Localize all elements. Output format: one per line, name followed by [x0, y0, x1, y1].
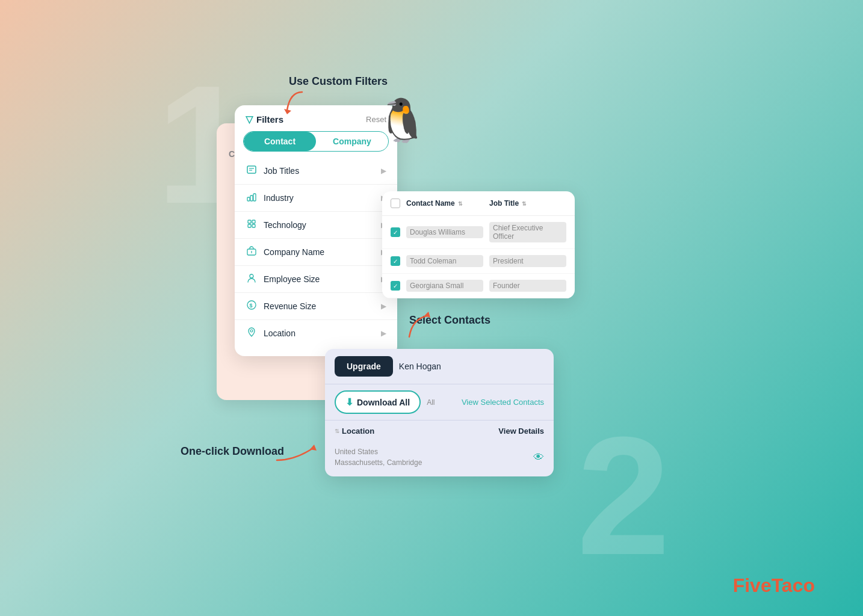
location-data-row: United StatesMassachusetts, Cambridge 👁	[325, 442, 554, 476]
location-col-label: Location	[342, 427, 374, 436]
sort-job-title-icon: ⇅	[522, 201, 527, 207]
filter-item-employee-size[interactable]: Employee Size ▶	[235, 266, 397, 293]
tab-contact[interactable]: Contact	[244, 132, 316, 151]
location-icon	[246, 327, 258, 340]
contact-row-3[interactable]: ✓ Georgiana Small Founder	[382, 274, 575, 298]
annotation-download: One-click Download	[181, 445, 284, 458]
revenue-size-label: Revenue Size	[264, 301, 316, 311]
arrow-download	[271, 430, 331, 466]
row2-name: Todd Coleman	[406, 255, 483, 267]
arrow-select-contacts	[397, 307, 433, 343]
employee-size-icon	[246, 273, 258, 286]
arrow-custom-filters	[278, 89, 314, 119]
filter-item-industry[interactable]: Industry ▶	[235, 185, 397, 212]
logo-suffix: Taco	[772, 574, 815, 596]
svg-point-18	[250, 330, 253, 332]
company-name-icon	[246, 245, 258, 259]
contact-table-panel: Contact Name ⇅ Job Title ⇅ ✓ Douglas Wil…	[382, 191, 575, 298]
svg-rect-6	[247, 197, 250, 201]
ken-hogan-text: Ken Hogan	[399, 362, 441, 371]
employee-size-label: Employee Size	[264, 274, 320, 284]
view-selected-contacts[interactable]: View Selected Contacts	[462, 398, 544, 407]
sort-contact-name-icon: ⇅	[458, 201, 463, 207]
penguin-mascot: 🐧	[376, 99, 428, 141]
filter-panel: ▽ Filters Reset Contact Company Job Titl…	[235, 105, 397, 356]
download-middle: ⬇ Download All All View Selected Contact…	[325, 384, 554, 420]
download-bottom: ⇅ Location View Details	[325, 420, 554, 442]
all-badge: All	[427, 398, 435, 407]
logo-prefix: Five	[733, 574, 772, 596]
svg-rect-7	[250, 196, 253, 201]
svg-rect-12	[252, 224, 255, 227]
row1-name: Douglas Williams	[406, 226, 483, 238]
col-contact-name: Contact Name ⇅	[406, 199, 483, 208]
download-panel: Upgrade Ken Hogan ⬇ Download All All Vie…	[325, 349, 554, 476]
row2-checkbox[interactable]: ✓	[391, 256, 400, 266]
logo-text: FiveTaco	[733, 574, 815, 596]
ghost-number-2: 2	[577, 411, 670, 580]
technology-label: Technology	[264, 220, 306, 230]
svg-rect-3	[247, 166, 256, 173]
revenue-size-icon: $	[246, 300, 258, 313]
svg-rect-9	[248, 220, 251, 223]
job-titles-icon	[246, 164, 258, 177]
filter-icon: ▽	[246, 114, 253, 125]
contact-table-header: Contact Name ⇅ Job Title ⇅	[382, 191, 575, 216]
download-top: Upgrade Ken Hogan	[325, 349, 554, 384]
svg-rect-8	[253, 194, 256, 201]
filter-item-technology[interactable]: Technology ▶	[235, 212, 397, 239]
download-icon: ⬇	[345, 396, 353, 408]
location-sort[interactable]: ⇅ Location	[335, 427, 374, 436]
job-titles-arrow: ▶	[381, 167, 386, 175]
location-data-text: United StatesMassachusetts, Cambridge	[335, 446, 422, 468]
col-job-title: Job Title ⇅	[489, 199, 566, 208]
contact-row-1[interactable]: ✓ Douglas Williams Chief Executive Offic…	[382, 216, 575, 249]
row3-checkbox[interactable]: ✓	[391, 281, 400, 291]
filter-item-company-name[interactable]: Company Name ▶	[235, 239, 397, 266]
eye-icon[interactable]: 👁	[533, 451, 544, 464]
download-all-label: Download All	[357, 398, 410, 407]
row1-checkbox[interactable]: ✓	[391, 227, 400, 237]
location-label: Location	[264, 328, 295, 338]
view-details-col-label: View Details	[498, 427, 544, 436]
svg-point-15	[250, 274, 253, 278]
header-checkbox[interactable]	[391, 199, 400, 208]
row3-title: Founder	[489, 280, 566, 292]
contact-row-2[interactable]: ✓ Todd Coleman President	[382, 249, 575, 274]
row3-name: Georgiana Small	[406, 280, 483, 292]
location-arrow: ▶	[381, 329, 386, 337]
job-titles-label: Job Titles	[264, 166, 299, 176]
logo: FiveTaco	[733, 574, 815, 597]
row2-title: President	[489, 255, 566, 267]
industry-icon	[246, 191, 258, 205]
filter-header: ▽ Filters Reset	[235, 105, 397, 131]
svg-text:$: $	[250, 303, 253, 309]
download-all-button[interactable]: ⬇ Download All	[335, 390, 421, 414]
filter-item-revenue-size[interactable]: $ Revenue Size ▶	[235, 293, 397, 320]
row1-title: Chief Executive Officer	[489, 222, 566, 242]
revenue-size-arrow: ▶	[381, 302, 386, 310]
svg-rect-11	[248, 224, 251, 227]
location-sort-icon: ⇅	[335, 428, 339, 434]
filter-item-location[interactable]: Location ▶	[235, 320, 397, 346]
upgrade-button[interactable]: Upgrade	[335, 356, 393, 377]
svg-rect-10	[252, 220, 255, 223]
company-name-label: Company Name	[264, 247, 324, 257]
tab-row: Contact Company	[243, 131, 389, 152]
industry-label: Industry	[264, 193, 294, 203]
technology-icon	[246, 218, 258, 232]
filter-item-job-titles[interactable]: Job Titles ▶	[235, 158, 397, 185]
annotation-custom-filters: Use Custom Filters	[289, 75, 388, 88]
